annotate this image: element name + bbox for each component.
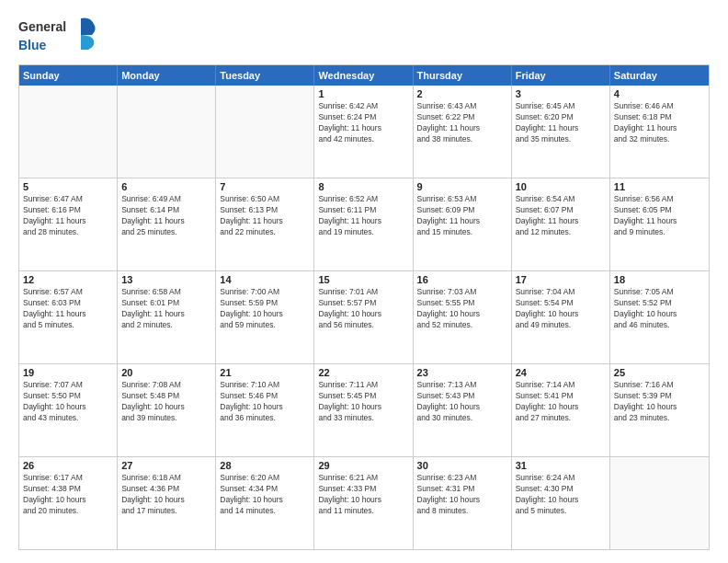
day-number: 14: [220, 274, 310, 285]
header-day-sunday: Sunday: [19, 65, 118, 86]
calendar-body: 1Sunrise: 6:42 AM Sunset: 6:24 PM Daylig…: [19, 86, 709, 549]
day-info: Sunrise: 6:17 AM Sunset: 4:38 PM Dayligh…: [23, 473, 113, 517]
day-cell-15: 15Sunrise: 7:01 AM Sunset: 5:57 PM Dayli…: [314, 271, 413, 363]
day-info: Sunrise: 7:11 AM Sunset: 5:45 PM Dayligh…: [318, 380, 408, 424]
day-cell-29: 29Sunrise: 6:21 AM Sunset: 4:33 PM Dayli…: [314, 457, 413, 549]
day-number: 25: [614, 367, 705, 378]
day-info: Sunrise: 6:58 AM Sunset: 6:01 PM Dayligh…: [121, 287, 211, 331]
day-number: 26: [23, 460, 113, 471]
calendar-row-2: 12Sunrise: 6:57 AM Sunset: 6:03 PM Dayli…: [19, 270, 709, 363]
day-number: 28: [220, 460, 310, 471]
day-info: Sunrise: 6:50 AM Sunset: 6:13 PM Dayligh…: [220, 194, 310, 238]
day-cell-3: 3Sunrise: 6:45 AM Sunset: 6:20 PM Daylig…: [512, 86, 610, 178]
day-number: 15: [318, 274, 408, 285]
day-cell-14: 14Sunrise: 7:00 AM Sunset: 5:59 PM Dayli…: [216, 271, 314, 363]
day-number: 12: [23, 274, 113, 285]
day-number: 29: [318, 460, 408, 471]
day-number: 18: [614, 274, 705, 285]
day-cell-7: 7Sunrise: 6:50 AM Sunset: 6:13 PM Daylig…: [216, 178, 314, 270]
day-cell-17: 17Sunrise: 7:04 AM Sunset: 5:54 PM Dayli…: [512, 271, 610, 363]
day-info: Sunrise: 7:13 AM Sunset: 5:43 PM Dayligh…: [417, 380, 507, 424]
day-number: 19: [23, 367, 113, 378]
day-number: 2: [417, 88, 507, 99]
day-cell-4: 4Sunrise: 6:46 AM Sunset: 6:18 PM Daylig…: [610, 86, 709, 178]
day-info: Sunrise: 7:04 AM Sunset: 5:54 PM Dayligh…: [516, 287, 606, 331]
logo: General Blue: [18, 17, 101, 55]
day-number: 30: [417, 460, 507, 471]
day-info: Sunrise: 7:01 AM Sunset: 5:57 PM Dayligh…: [318, 287, 408, 331]
day-info: Sunrise: 6:56 AM Sunset: 6:05 PM Dayligh…: [614, 194, 705, 238]
calendar-row-0: 1Sunrise: 6:42 AM Sunset: 6:24 PM Daylig…: [19, 86, 709, 178]
day-number: 16: [417, 274, 507, 285]
day-info: Sunrise: 6:45 AM Sunset: 6:20 PM Dayligh…: [516, 101, 606, 145]
day-info: Sunrise: 7:00 AM Sunset: 5:59 PM Dayligh…: [220, 287, 310, 331]
day-info: Sunrise: 7:14 AM Sunset: 5:41 PM Dayligh…: [516, 380, 606, 424]
page: General Blue SundayMondayTuesdayWednesda…: [0, 0, 728, 563]
day-cell-10: 10Sunrise: 6:54 AM Sunset: 6:07 PM Dayli…: [512, 178, 610, 270]
day-info: Sunrise: 6:57 AM Sunset: 6:03 PM Dayligh…: [23, 287, 113, 331]
day-info: Sunrise: 6:23 AM Sunset: 4:31 PM Dayligh…: [417, 473, 507, 517]
day-number: 22: [318, 367, 408, 378]
day-info: Sunrise: 7:08 AM Sunset: 5:48 PM Dayligh…: [121, 380, 211, 424]
day-info: Sunrise: 6:21 AM Sunset: 4:33 PM Dayligh…: [318, 473, 408, 517]
day-number: 23: [417, 367, 507, 378]
day-number: 9: [417, 181, 507, 192]
day-cell-1: 1Sunrise: 6:42 AM Sunset: 6:24 PM Daylig…: [314, 86, 413, 178]
calendar-row-4: 26Sunrise: 6:17 AM Sunset: 4:38 PM Dayli…: [19, 456, 709, 549]
day-info: Sunrise: 6:24 AM Sunset: 4:30 PM Dayligh…: [516, 473, 606, 517]
day-number: 4: [614, 88, 705, 99]
day-number: 5: [23, 181, 113, 192]
day-info: Sunrise: 6:52 AM Sunset: 6:11 PM Dayligh…: [318, 194, 408, 238]
day-number: 17: [516, 274, 606, 285]
day-cell-11: 11Sunrise: 6:56 AM Sunset: 6:05 PM Dayli…: [610, 178, 709, 270]
header-day-thursday: Thursday: [414, 65, 512, 86]
day-cell-24: 24Sunrise: 7:14 AM Sunset: 5:41 PM Dayli…: [512, 364, 610, 456]
header: General Blue: [18, 17, 710, 55]
day-info: Sunrise: 7:07 AM Sunset: 5:50 PM Dayligh…: [23, 380, 113, 424]
day-info: Sunrise: 7:03 AM Sunset: 5:55 PM Dayligh…: [417, 287, 507, 331]
day-number: 1: [318, 88, 408, 99]
calendar: SundayMondayTuesdayWednesdayThursdayFrid…: [18, 64, 710, 550]
day-info: Sunrise: 7:10 AM Sunset: 5:46 PM Dayligh…: [220, 380, 310, 424]
day-info: Sunrise: 6:49 AM Sunset: 6:14 PM Dayligh…: [121, 194, 211, 238]
day-number: 10: [516, 181, 606, 192]
day-cell-9: 9Sunrise: 6:53 AM Sunset: 6:09 PM Daylig…: [414, 178, 512, 270]
day-number: 11: [614, 181, 705, 192]
day-cell-18: 18Sunrise: 7:05 AM Sunset: 5:52 PM Dayli…: [610, 271, 709, 363]
header-day-tuesday: Tuesday: [216, 65, 314, 86]
day-cell-13: 13Sunrise: 6:58 AM Sunset: 6:01 PM Dayli…: [118, 271, 216, 363]
day-info: Sunrise: 6:42 AM Sunset: 6:24 PM Dayligh…: [318, 101, 408, 145]
day-cell-31: 31Sunrise: 6:24 AM Sunset: 4:30 PM Dayli…: [512, 457, 610, 549]
day-cell-12: 12Sunrise: 6:57 AM Sunset: 6:03 PM Dayli…: [19, 271, 118, 363]
day-cell-empty: [118, 86, 216, 178]
day-cell-6: 6Sunrise: 6:49 AM Sunset: 6:14 PM Daylig…: [118, 178, 216, 270]
day-info: Sunrise: 6:43 AM Sunset: 6:22 PM Dayligh…: [417, 101, 507, 145]
day-number: 8: [318, 181, 408, 192]
day-cell-empty: [610, 457, 709, 549]
day-cell-2: 2Sunrise: 6:43 AM Sunset: 6:22 PM Daylig…: [414, 86, 512, 178]
day-number: 13: [121, 274, 211, 285]
calendar-row-3: 19Sunrise: 7:07 AM Sunset: 5:50 PM Dayli…: [19, 363, 709, 456]
header-day-saturday: Saturday: [610, 65, 709, 86]
day-cell-8: 8Sunrise: 6:52 AM Sunset: 6:11 PM Daylig…: [314, 178, 413, 270]
day-info: Sunrise: 6:18 AM Sunset: 4:36 PM Dayligh…: [121, 473, 211, 517]
logo-general: General Blue: [18, 17, 101, 55]
header-day-friday: Friday: [512, 65, 610, 86]
day-number: 6: [121, 181, 211, 192]
day-number: 27: [121, 460, 211, 471]
day-number: 31: [516, 460, 606, 471]
day-number: 3: [516, 88, 606, 99]
day-cell-25: 25Sunrise: 7:16 AM Sunset: 5:39 PM Dayli…: [610, 364, 709, 456]
day-info: Sunrise: 6:20 AM Sunset: 4:34 PM Dayligh…: [220, 473, 310, 517]
day-cell-20: 20Sunrise: 7:08 AM Sunset: 5:48 PM Dayli…: [118, 364, 216, 456]
day-info: Sunrise: 6:53 AM Sunset: 6:09 PM Dayligh…: [417, 194, 507, 238]
day-info: Sunrise: 7:05 AM Sunset: 5:52 PM Dayligh…: [614, 287, 705, 331]
day-cell-21: 21Sunrise: 7:10 AM Sunset: 5:46 PM Dayli…: [216, 364, 314, 456]
day-cell-19: 19Sunrise: 7:07 AM Sunset: 5:50 PM Dayli…: [19, 364, 118, 456]
day-cell-empty: [19, 86, 118, 178]
day-info: Sunrise: 6:54 AM Sunset: 6:07 PM Dayligh…: [516, 194, 606, 238]
calendar-header: SundayMondayTuesdayWednesdayThursdayFrid…: [19, 65, 709, 86]
svg-text:General: General: [18, 19, 66, 34]
day-number: 7: [220, 181, 310, 192]
day-number: 21: [220, 367, 310, 378]
